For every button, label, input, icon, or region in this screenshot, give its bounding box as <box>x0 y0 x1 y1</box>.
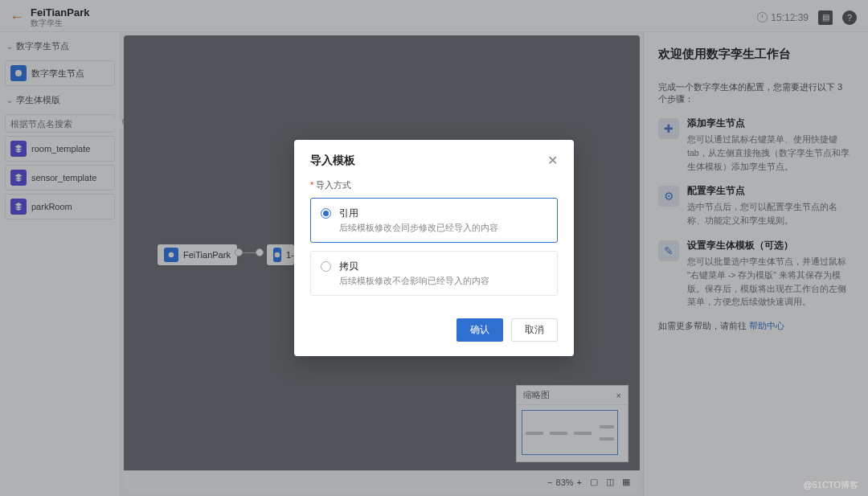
radio-icon <box>321 208 331 219</box>
import-option-reference[interactable]: 引用 后续模板修改会同步修改已经导入的内容 <box>310 198 558 243</box>
cancel-button[interactable]: 取消 <box>511 318 558 342</box>
confirm-button[interactable]: 确认 <box>457 318 503 342</box>
field-label-text: 导入方式 <box>316 180 351 190</box>
close-icon[interactable]: ✕ <box>547 153 558 168</box>
modal-mask[interactable]: 导入模板 ✕ *导入方式 引用 后续模板修改会同步修改已经导入的内容 拷贝 后续… <box>0 0 868 496</box>
required-star: * <box>310 180 313 190</box>
import-option-copy[interactable]: 拷贝 后续模板修改不会影响已经导入的内容 <box>310 251 558 296</box>
option-title: 引用 <box>339 207 498 220</box>
option-desc: 后续模板修改不会影响已经导入的内容 <box>339 276 489 287</box>
modal-title: 导入模板 <box>310 154 355 168</box>
import-template-modal: 导入模板 ✕ *导入方式 引用 后续模板修改会同步修改已经导入的内容 拷贝 后续… <box>294 140 574 356</box>
import-mode-label: *导入方式 <box>310 179 558 191</box>
option-desc: 后续模板修改会同步修改已经导入的内容 <box>339 223 498 234</box>
radio-icon <box>321 261 331 272</box>
option-title: 拷贝 <box>339 260 489 273</box>
